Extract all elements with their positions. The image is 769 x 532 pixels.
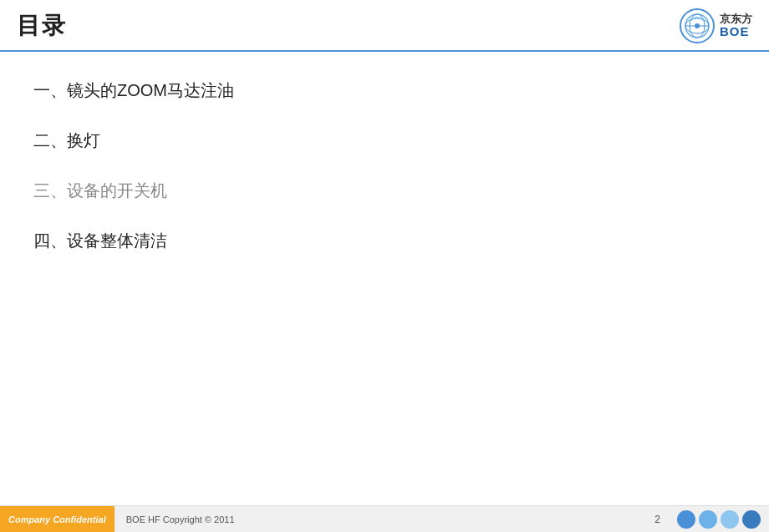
list-item: 二、换灯 [33,127,736,154]
list-item: 一、镜头的ZOOM马达注油 [33,77,736,104]
boe-logo-icon [680,8,715,43]
logo-english-name: BOE [720,25,750,39]
menu-item-1-text: 一、镜头的ZOOM马达注油 [33,81,234,99]
slide-body: 一、镜头的ZOOM马达注油 二、换灯 三、设备的开关机 四、设备整体清洁 [0,52,769,302]
menu-item-2-text: 二、换灯 [33,131,100,149]
list-item: 四、设备整体清洁 [33,227,736,254]
logo-area: 京东方 BOE [680,8,752,43]
menu-item-4-text: 四、设备整体清洁 [33,231,167,250]
page-number: 2 [638,514,677,525]
logo-chinese-name: 京东方 [720,13,752,25]
confidential-label: Company Confidential [0,506,115,533]
footer-icon-2 [699,510,717,529]
footer-icon-4 [742,510,761,529]
logo-text-area: 京东方 BOE [720,13,752,39]
footer-icon-group [677,510,769,529]
svg-point-5 [695,23,700,28]
slide-header: 目录 京东方 BOE [0,0,769,52]
footer-icon-3 [721,510,739,529]
footer-icon-1 [677,510,695,529]
copyright-text: BOE HF Copyright © 2011 [115,514,639,524]
slide-footer: Company Confidential BOE HF Copyright © … [0,505,769,532]
slide-title: 目录 [17,10,67,42]
list-item: 三、设备的开关机 [33,177,736,204]
menu-item-3-text: 三、设备的开关机 [33,181,167,200]
